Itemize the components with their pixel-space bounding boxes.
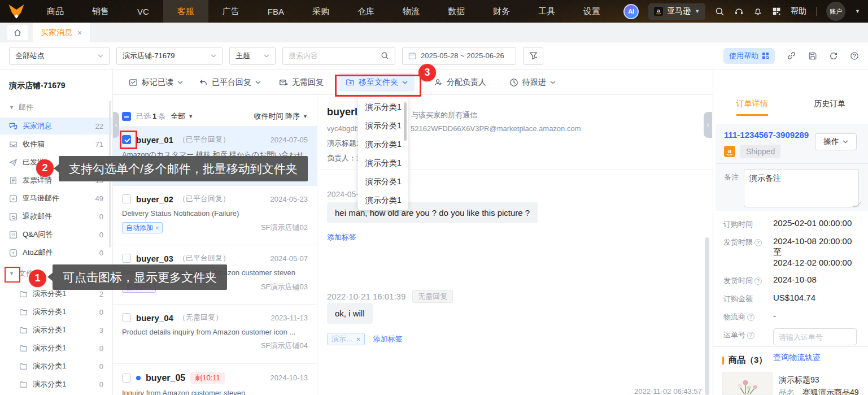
dropdown-folder-option[interactable]: 演示分类1 (358, 98, 408, 116)
track-logistics-link[interactable]: 查询物流轨迹 (773, 353, 821, 363)
row-checkbox[interactable] (122, 374, 131, 383)
row-checkbox[interactable] (122, 254, 131, 263)
annotation-box-move-button (335, 75, 421, 97)
order-id-link[interactable]: 111-1234567-3909289 (724, 130, 809, 140)
message-row-buyer-05[interactable]: buyer_05 剩10:11 2024-10-13 Inquiry from … (113, 364, 317, 395)
nav-label: 物流 (403, 6, 420, 17)
add-tag-link[interactable]: 添加标签 (373, 334, 402, 344)
nav-item-logistics[interactable]: 物流 (389, 0, 434, 23)
subject-select[interactable]: 主题 (229, 47, 276, 65)
add-tag-link[interactable]: 添加标签 (327, 232, 356, 242)
sidebar-item-inbox[interactable]: 收件箱 71 (0, 136, 112, 153)
nav-item-tools[interactable]: 工具 (524, 0, 569, 23)
help-link[interactable]: 帮助 (791, 6, 806, 16)
date-range-picker[interactable]: 2025-05-28 ~ 2025-06-26 (402, 47, 516, 65)
all-communications-link[interactable]: 与该买家的所有通信 (411, 110, 477, 120)
search-icon[interactable] (715, 7, 725, 16)
chevron-down-icon[interactable]: ▼ (855, 8, 860, 14)
help-icon[interactable]: ? (754, 239, 762, 246)
sidebar-item-atoz-mail[interactable]: z AtoZ邮件 0 (0, 244, 112, 261)
products-title-text: 商品（3） (729, 355, 767, 366)
platform-replied-button[interactable]: 已平台回复 (199, 70, 261, 95)
triangle-collapse-icon[interactable]: ▼ (9, 105, 14, 110)
select-all-checkbox[interactable] (122, 112, 131, 121)
nav-item-products[interactable]: 商品 (33, 0, 78, 23)
nav-item-sales[interactable]: 销售 (78, 0, 123, 23)
demo-tag[interactable]: 演示...× (327, 333, 365, 345)
collapse-panel-handle[interactable]: › (704, 112, 712, 138)
support-headset-icon[interactable] (734, 7, 744, 16)
close-icon[interactable]: × (356, 335, 361, 344)
conversation-scrollbar[interactable] (705, 237, 709, 395)
assign-owner-button[interactable]: 分配负责人 (434, 70, 486, 95)
close-icon[interactable]: × (77, 28, 82, 37)
ai-assistant-button[interactable]: AI (623, 4, 639, 19)
notifications-bell-icon[interactable] (753, 7, 762, 16)
product-image[interactable] (722, 372, 773, 395)
sidebar-folder-item[interactable]: 演示分类1 0 (0, 376, 112, 393)
store-select[interactable]: 演示店铺-71679 (116, 47, 223, 65)
sort-dropdown[interactable]: 收件时间 降序▼ (254, 111, 308, 121)
tab-order-history[interactable]: 历史订单 (791, 99, 868, 122)
nav-item-ads[interactable]: 广告 (208, 0, 254, 23)
home-button[interactable] (7, 25, 28, 40)
nav-item-finance[interactable]: 财务 (479, 0, 524, 23)
nav-item-purchase[interactable]: 采购 (298, 0, 343, 23)
list-filter-dropdown[interactable]: 全部▼ (171, 111, 193, 121)
tab-order-details[interactable]: 订单详情 (713, 99, 791, 122)
waybill-input[interactable] (773, 328, 857, 345)
message-row-buyer-02[interactable]: buyer_02 （已平台回复） 2024-05-23 Delivery Sta… (113, 186, 317, 245)
usage-help-button[interactable]: 使用帮助 (723, 48, 775, 64)
help-icon[interactable]: ? (754, 277, 762, 285)
nav-item-customer-service[interactable]: 客服 (163, 0, 208, 23)
copy-link-icon[interactable] (787, 51, 796, 60)
dropdown-folder-option[interactable]: 演示分类1 (358, 116, 408, 135)
row-checkbox[interactable] (122, 194, 131, 203)
site-select[interactable]: 全部站点 (9, 47, 110, 65)
mail-group-header[interactable]: ▼ 邮件 (9, 102, 33, 112)
refresh-icon[interactable] (829, 51, 838, 60)
advanced-filter-button[interactable] (523, 47, 543, 65)
order-note-textarea[interactable]: 演示备注 (744, 169, 859, 207)
account-avatar[interactable]: 账户 (826, 2, 845, 21)
tag-auto-added[interactable]: 自动添加× (122, 222, 163, 233)
row-checkbox[interactable] (122, 313, 131, 322)
sidebar-item-qa[interactable]: ?! Q&A问答 0 (0, 226, 112, 243)
search-input[interactable] (289, 51, 376, 60)
mark-read-button[interactable]: 标记已读 (129, 70, 183, 95)
folder-label: 演示分类1 (33, 307, 66, 317)
sidebar-folder-item[interactable]: 演示分类1 3 (0, 322, 112, 338)
nav-item-data[interactable]: 数据 (434, 0, 479, 23)
help-icon[interactable]: ? (747, 314, 754, 321)
message-row-buery-04[interactable]: buery_04 （无需回复） 2023-11-13 Product detai… (113, 305, 317, 364)
field-label: 订购时间 (723, 218, 773, 229)
nav-item-fba[interactable]: FBA (254, 0, 298, 23)
help-circle-icon[interactable] (850, 51, 859, 60)
dropdown-folder-option[interactable]: 演示分类1 (358, 154, 408, 172)
nav-item-warehouse[interactable]: 仓库 (343, 0, 389, 23)
app-logo-icon[interactable] (0, 0, 33, 23)
collapse-list-handle[interactable]: ‹ (113, 112, 119, 138)
order-action-button[interactable]: 操作 (815, 133, 857, 150)
search-icon[interactable] (381, 51, 389, 60)
sidebar-item-amazon-mail[interactable]: a 亚马逊邮件 49 (0, 190, 112, 207)
sidebar-folder-item[interactable]: 演示分类1 0 (0, 358, 112, 375)
follow-up-button[interactable]: 待跟进 (509, 70, 556, 95)
dropdown-folder-option[interactable]: 演示分类1 (358, 191, 408, 210)
nav-item-settings[interactable]: 设置 (569, 0, 614, 23)
nav-item-vc[interactable]: VC (123, 0, 163, 23)
sidebar-item-buyer-messages[interactable]: 买家消息 22 (0, 118, 112, 134)
sidebar-folder-item[interactable]: 演示分类1 0 (0, 303, 112, 320)
no-reply-button[interactable]: 无需回复 (279, 70, 324, 95)
marketplace-switcher[interactable]: a 亚马逊 ▼ (648, 3, 705, 20)
dropdown-folder-option[interactable]: 演示分类1 (358, 172, 408, 191)
dropdown-folder-option[interactable]: 演示分类1 (358, 135, 408, 154)
close-icon[interactable]: × (155, 224, 159, 231)
dropdown-scrollbar[interactable] (404, 102, 407, 141)
apps-grid-icon[interactable] (772, 7, 781, 16)
sidebar-item-refund-mail[interactable]: 退款邮件 0 (0, 208, 112, 225)
tab-buyer-messages[interactable]: 买家消息 × (33, 23, 90, 42)
save-icon[interactable] (808, 51, 817, 60)
sidebar-folder-item[interactable]: 演示分类1 0 (0, 340, 112, 357)
help-icon[interactable]: ? (747, 332, 754, 339)
